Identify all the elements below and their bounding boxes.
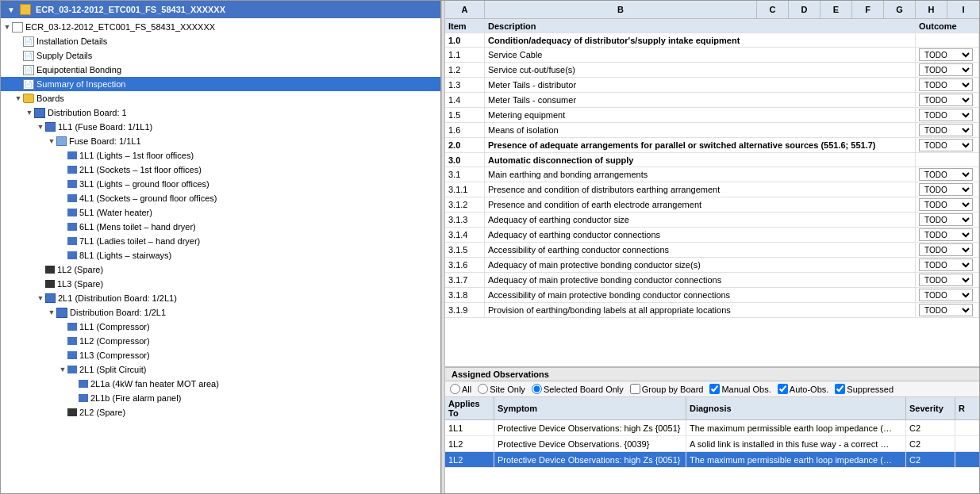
outcome-select-7[interactable]: TODO [919, 124, 973, 136]
tree-item-c1[interactable]: 1L1 (Lights – 1st floor offices) [1, 148, 440, 163]
cell-item-12: 3.1.2 [445, 197, 485, 212]
tree-item-fuseboard[interactable]: ▼Fuse Board: 1/1L1 [1, 134, 440, 148]
outcome-select-12[interactable]: TODO [919, 198, 973, 211]
obs-row-2[interactable]: 1L2 Protective Device Observations: high… [445, 452, 979, 468]
filter-manual-obs[interactable]: Manual Obs. [709, 384, 771, 394]
tree-item-c5[interactable]: 5L1 (Water heater) [1, 205, 440, 220]
cell-outcome-2[interactable]: TODO [916, 48, 979, 62]
filter-all[interactable]: All [450, 384, 471, 394]
outcome-select-16[interactable]: TODO [919, 258, 973, 271]
tree-toggle-root[interactable]: ▼ [2, 22, 12, 32]
tree-item-c3[interactable]: 3L1 (Lights – ground floor offices) [1, 177, 440, 191]
filter-auto-obs[interactable]: Auto-Obs. [778, 384, 829, 394]
tree-item-d4[interactable]: ▼2L1 (Split Circuit) [1, 362, 440, 377]
outcome-select-2[interactable]: TODO [919, 48, 973, 61]
tree-item-dist2l1[interactable]: ▼Distribution Board: 1/2L1 [1, 305, 440, 320]
tree-item-dist1[interactable]: ▼Distribution Board: 1 [1, 105, 440, 120]
filter-site-only[interactable]: Site Only [478, 384, 525, 394]
tree-icon-dist2l1 [56, 308, 67, 318]
outcome-select-15[interactable]: TODO [919, 243, 973, 256]
tree-item-c7[interactable]: 7L1 (Ladies toilet – hand dryer) [1, 234, 440, 248]
header-expand-icon[interactable]: ▼ [7, 6, 15, 14]
outcome-select-4[interactable]: TODO [919, 79, 973, 91]
tree-toggle-d4[interactable]: ▼ [58, 365, 67, 374]
cell-outcome-6[interactable]: TODO [916, 108, 979, 122]
cell-outcome-19[interactable]: TODO [916, 303, 979, 317]
tree-item-d1[interactable]: 1L1 (Compressor) [1, 320, 440, 334]
tree-item-d3[interactable]: 1L3 (Compressor) [1, 348, 440, 362]
outcome-select-10[interactable]: TODO [919, 168, 973, 181]
tree-item-boards[interactable]: ▼Boards [1, 91, 440, 105]
cell-outcome-12[interactable]: TODO [916, 197, 979, 212]
tree-item-c2[interactable]: 2L1 (Sockets – 1st floor offices) [1, 163, 440, 177]
tree-container[interactable]: ▼ECR_03-12-2012_ETC001_FS_58431_XXXXXX📄I… [1, 18, 440, 493]
tree-toggle-2l1dist[interactable]: ▼ [36, 293, 45, 303]
outcome-select-5[interactable]: TODO [919, 94, 973, 106]
cell-outcome-3[interactable]: TODO [916, 63, 979, 77]
cell-outcome-7[interactable]: TODO [916, 123, 979, 137]
tree-item-c8[interactable]: 8L1 (Lights – stairways) [1, 248, 440, 262]
tree-item-c4[interactable]: 4L1 (Sockets – ground floor offices) [1, 191, 440, 205]
tree-label-d4b: 2L1b (Fire alarm panel) [90, 393, 181, 403]
tree-item-root[interactable]: ▼ECR_03-12-2012_ETC001_FS_58431_XXXXXX [1, 20, 440, 34]
filter-selected-board[interactable]: Selected Board Only [532, 384, 624, 394]
tree-toggle-1l1[interactable]: ▼ [36, 122, 45, 132]
tree-toggle-dist1[interactable]: ▼ [25, 108, 34, 117]
cell-item-0: Item [445, 19, 485, 33]
cell-desc-18: Accessibility of main protective bonding… [485, 288, 916, 302]
outcome-select-11[interactable]: TODO [919, 183, 973, 196]
tree-toggle-boards[interactable]: ▼ [13, 94, 23, 103]
cell-outcome-8[interactable]: TODO [916, 138, 979, 152]
tree-item-equip[interactable]: 📄Equipotential Bonding [1, 63, 440, 77]
cell-desc-0: Description [485, 19, 916, 33]
tree-label-fuseboard: Fuse Board: 1/1L1 [69, 136, 141, 146]
cell-outcome-11[interactable]: TODO [916, 182, 979, 197]
tree-item-d5[interactable]: 2L2 (Spare) [1, 405, 440, 419]
tree-item-summary[interactable]: 📄Summary of Inspection [1, 77, 440, 91]
cell-outcome-5[interactable]: TODO [916, 93, 979, 107]
cell-outcome-18[interactable]: TODO [916, 288, 979, 302]
tree-icon-1l3 [45, 280, 55, 288]
tree-item-1l3[interactable]: 1L3 (Spare) [1, 277, 440, 291]
tree-toggle-dist2l1[interactable]: ▼ [47, 308, 56, 317]
tree-item-d4a[interactable]: 2L1a (4kW fan heater MOT area) [1, 377, 440, 391]
tree-item-1l1[interactable]: ▼1L1 (Fuse Board: 1/1L1) [1, 120, 440, 134]
tree-item-1l2[interactable]: 1L2 (Spare) [1, 262, 440, 277]
tree-item-supply[interactable]: 📄Supply Details [1, 48, 440, 63]
tree-item-c6[interactable]: 6L1 (Mens toilet – hand dryer) [1, 220, 440, 234]
outcome-select-19[interactable]: TODO [919, 304, 973, 316]
cell-item-11: 3.1.1 [445, 182, 485, 197]
cell-item-2: 1.1 [445, 48, 485, 62]
tree-item-d4b[interactable]: 2L1b (Fire alarm panel) [1, 391, 440, 405]
outcome-select-8[interactable]: TODO [919, 139, 973, 151]
obs-symptom-1: Protective Device Observations. {0039} [494, 436, 686, 451]
tree-label-2l1dist: 2L1 (Distribution Board: 1/2L1) [58, 293, 177, 303]
cell-outcome-13[interactable]: TODO [916, 213, 979, 227]
cell-outcome-15[interactable]: TODO [916, 243, 979, 257]
cell-outcome-10[interactable]: TODO [916, 167, 979, 182]
cell-outcome-16[interactable]: TODO [916, 258, 979, 272]
tree-label-dist1: Distribution Board: 1 [48, 108, 127, 117]
outcome-select-3[interactable]: TODO [919, 63, 973, 76]
tree-item-install[interactable]: 📄Installation Details [1, 34, 440, 48]
filter-group-by-board[interactable]: Group by Board [630, 384, 704, 394]
cell-outcome-17[interactable]: TODO [916, 273, 979, 287]
cell-item-3: 1.2 [445, 63, 485, 77]
cell-desc-11: Presence and condition of distributors e… [485, 182, 916, 197]
outcome-select-18[interactable]: TODO [919, 289, 973, 301]
tree-toggle-fuseboard[interactable]: ▼ [47, 136, 56, 146]
obs-row-0[interactable]: 1L1 Protective Device Observations: high… [445, 420, 979, 436]
tree-item-d2[interactable]: 1L2 (Compressor) [1, 334, 440, 348]
obs-row-1[interactable]: 1L2 Protective Device Observations. {003… [445, 436, 979, 452]
cell-outcome-4[interactable]: TODO [916, 78, 979, 92]
outcome-select-6[interactable]: TODO [919, 109, 973, 121]
obs-diagnosis-0: The maximum permissible earth loop imped… [686, 420, 906, 435]
outcome-select-14[interactable]: TODO [919, 228, 973, 241]
outcome-select-17[interactable]: TODO [919, 274, 973, 286]
filter-suppressed[interactable]: Suppressed [835, 384, 894, 394]
tree-item-2l1dist[interactable]: ▼2L1 (Distribution Board: 1/2L1) [1, 291, 440, 305]
cell-outcome-14[interactable]: TODO [916, 228, 979, 242]
tree-panel: ▼ ECR_03-12-2012_ETC001_FS_58431_XXXXXX … [1, 1, 441, 493]
outcome-select-13[interactable]: TODO [919, 213, 973, 226]
table-row-16: 3.1.6 Adequacy of main protective bondin… [445, 258, 979, 273]
